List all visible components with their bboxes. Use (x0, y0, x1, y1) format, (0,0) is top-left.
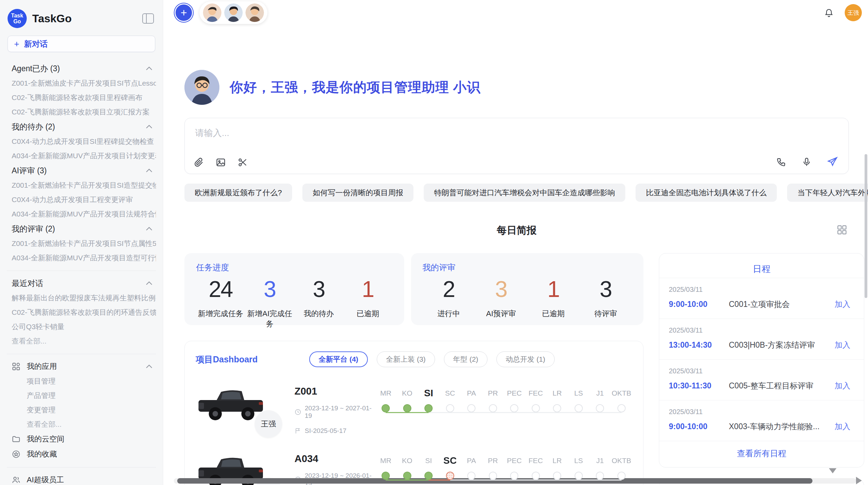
view-all-schedule-link[interactable]: 查看所有日程 (659, 441, 864, 464)
image-icon[interactable] (216, 157, 226, 167)
scissors-icon[interactable] (238, 157, 248, 167)
recent-chat-item[interactable]: C02-飞腾新能源轻客改款项目的闭环通告反馈情况 (12, 305, 156, 320)
project-image: 王强 (196, 386, 268, 424)
recent-chat-item[interactable]: 公司Q3轻卡销量 (12, 320, 156, 334)
milestone: PA (461, 387, 482, 412)
recent-chat-item[interactable]: 解释最新出台的欧盟报废车法规再生塑料比例被调至15%... (12, 291, 156, 305)
join-link[interactable]: 加入 (834, 299, 850, 310)
layout-grid-icon[interactable] (836, 224, 847, 235)
project-row[interactable]: 王强 Z001 2023-12-19 ~ 2027-01-19 (196, 386, 632, 435)
filter-chip[interactable]: 动总开发 (1) (496, 351, 555, 367)
send-icon[interactable] (827, 156, 838, 167)
plus-icon: + (14, 39, 19, 49)
project-owner-badge: 王强 (255, 410, 282, 438)
sidebar-item[interactable]: C02-飞腾新能源轻客改款项目立项汇报方案 (12, 105, 156, 119)
sidebar-collapse-icon[interactable] (142, 13, 154, 24)
agent-avatar[interactable] (245, 3, 264, 22)
divider (7, 354, 156, 354)
logo-row: Task Go TaskGo (0, 6, 163, 31)
apps-view-all[interactable]: 查看全部... (12, 417, 156, 432)
milestone-dot (467, 472, 475, 480)
section-recent-chats: 最近对话 (12, 276, 156, 291)
sidebar-item[interactable]: A034-全新新能源MUV产品开发项目计划变更表编写 (12, 149, 156, 163)
ai-staff-label: AI超级员工 (27, 475, 64, 485)
schedule-time: 10:30-11:30 (669, 381, 729, 390)
join-link[interactable]: 加入 (834, 381, 850, 391)
sidebar-item[interactable]: A034-全新新能源MUV产品开发项目法规符合性评审 (12, 207, 156, 221)
milestone-dot (617, 472, 626, 480)
section-count: (3) (37, 166, 47, 175)
notification-bell-icon[interactable] (824, 8, 834, 18)
chevron-up-icon[interactable] (146, 169, 153, 173)
agent-avatar[interactable] (224, 3, 243, 22)
milestone: LS (568, 387, 590, 412)
suggestion-chip[interactable]: 比亚迪全固态电池计划具体说了什么 (636, 184, 777, 202)
project-info: Z001 2023-12-19 ~ 2027-01-19 SI-2025-05-… (294, 386, 375, 435)
stat-value: 2 (423, 276, 475, 302)
sidebar-item-favorites[interactable]: 我的收藏 (12, 447, 156, 462)
mic-icon[interactable] (801, 157, 812, 167)
sidebar-scroll: Agent已办 (3) Z001-全新燃油皮卡产品开发项目SI节点Lesson … (0, 52, 163, 485)
join-link[interactable]: 加入 (834, 340, 850, 350)
new-session-button[interactable]: + (176, 4, 192, 21)
milestone-label: PR (488, 455, 498, 467)
chevron-up-icon[interactable] (146, 364, 153, 369)
phone-icon[interactable] (776, 157, 786, 167)
sidebar-item-cloud-space[interactable]: 我的云空间 (12, 432, 156, 447)
suggestion-chip[interactable]: 特朗普可能对进口汽车增税会对中国车企造成哪些影响 (424, 184, 625, 202)
sidebar-item-ai-staff[interactable]: AI超级员工 (12, 472, 156, 485)
new-chat-button[interactable]: + 新对话 (8, 36, 155, 52)
sidebar-item[interactable]: C0X4-动力总成开发项目工程变更评审 (12, 192, 156, 207)
vertical-scrollbar[interactable] (865, 154, 867, 298)
sidebar-item[interactable]: Z001-全新燃油皮卡产品开发项目SI节点Lesson Learn报告 (12, 76, 156, 90)
sidebar-item[interactable]: C0X4-动力总成开发项目SI里程碑提交物检查 (12, 134, 156, 149)
sidebar-item-my-apps[interactable]: 我的应用 (12, 359, 156, 374)
chevron-up-icon[interactable] (146, 281, 153, 285)
join-link[interactable]: 加入 (834, 421, 850, 432)
filter-chip[interactable]: 全新上装 (3) (377, 351, 435, 367)
schedule-date: 2025/03/11 (669, 408, 850, 416)
sidebar: Task Go TaskGo + 新对话 Agent已办 (3) Z001-全新… (0, 0, 163, 485)
app-item-change-mgmt[interactable]: 变更管理 (12, 403, 156, 417)
section-title: 我的待办 (12, 122, 43, 132)
milestone-label: PEC (507, 455, 522, 467)
scroll-right-arrow[interactable] (856, 477, 862, 484)
attach-icon[interactable] (194, 157, 204, 167)
sidebar-item[interactable]: C02-飞腾新能源轻客改款项目里程碑画布 (12, 90, 156, 105)
milestone: SI (418, 455, 439, 480)
milestone: PEC (504, 387, 525, 412)
app-item-product-mgmt[interactable]: 产品管理 (12, 388, 156, 403)
sidebar-item[interactable]: Z001-全新燃油轻卡产品开发项目SI造型提交物评审 (12, 178, 156, 192)
milestone-label: FEC (529, 455, 543, 467)
sidebar-item[interactable]: A034-全新新能源MUV产品开发项目造型可行性评审 (12, 251, 156, 265)
milestone: KO (397, 455, 418, 480)
suggestion-chip[interactable]: 当下年轻人对汽车外观有怎样的喜好趋势 (787, 184, 868, 202)
milestone: LS (568, 455, 590, 480)
main-content: 你好，王强，我是你的项目管理助理 小识 欧洲新规最近颁布了什么? 如何写一份清晰… (163, 70, 868, 485)
chat-input[interactable] (185, 118, 848, 146)
user-avatar[interactable]: 王强 (845, 4, 862, 21)
milestone-dot (596, 404, 604, 412)
schedule-date: 2025/03/11 (669, 326, 850, 334)
filter-chip[interactable]: 全新平台 (4) (309, 351, 368, 367)
agent-avatar[interactable] (203, 3, 221, 22)
app-item-project-mgmt[interactable]: 项目管理 (12, 374, 156, 388)
chevron-up-icon[interactable] (146, 227, 153, 231)
schedule-time: 13:00-14:30 (669, 340, 729, 350)
recent-view-all[interactable]: 查看全部... (12, 334, 156, 348)
main-area: + 王强 你好，王强，我是你的项目管理助理 小识 (163, 0, 868, 485)
milestone-label: FEC (529, 387, 543, 399)
chevron-up-icon[interactable] (146, 125, 153, 129)
project-dashboard-card: 项目Dashboard 全新平台 (4) 全新上装 (3) 年型 (2) 动总开… (184, 341, 643, 485)
sidebar-item[interactable]: Z001-全新燃油轻卡产品开发项目SI节点属性5D文件评审 (12, 236, 156, 251)
filter-chip[interactable]: 年型 (2) (444, 351, 488, 367)
milestone: PR (482, 455, 504, 480)
chevron-up-icon[interactable] (146, 66, 153, 71)
assistant-avatar (184, 70, 219, 105)
suggestion-chip[interactable]: 欧洲新规最近颁布了什么? (184, 184, 292, 202)
suggestion-chip[interactable]: 如何写一份清晰的项目周报 (302, 184, 413, 202)
section-count: (3) (50, 64, 60, 73)
my-review-grid: 2进行中 3AI预评审 1已逾期 3待评审 (423, 276, 632, 319)
scroll-down-arrow[interactable] (829, 468, 836, 473)
milestone-dot-overdue (446, 472, 454, 480)
